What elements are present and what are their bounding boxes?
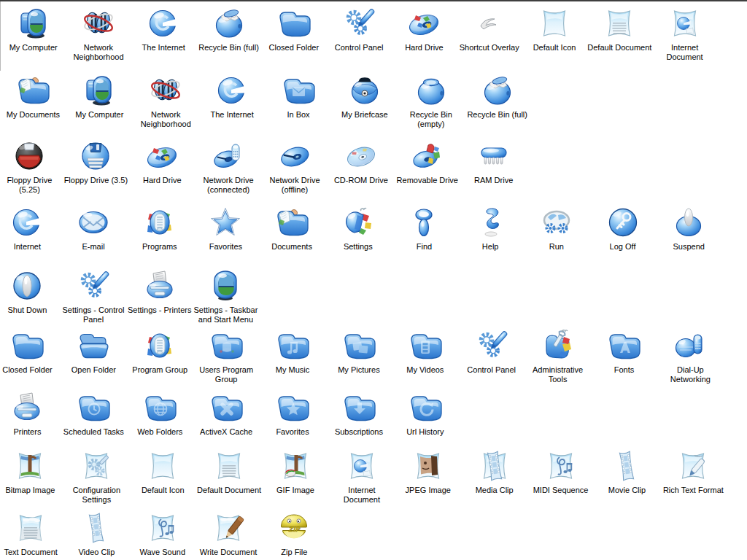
media-clip-icon bbox=[477, 448, 512, 483]
icon-cell-hard-drive[interactable]: Hard Drive bbox=[129, 139, 196, 195]
icon-cell-shortcut-overlay[interactable]: Shortcut Overlay bbox=[457, 6, 522, 62]
icon-cell-internet-document[interactable]: Internet Document bbox=[328, 448, 395, 505]
icon-cell-settings-printers[interactable]: Settings - Printers bbox=[126, 268, 193, 324]
control-panel-icon bbox=[76, 268, 111, 303]
icon-cell-floppy-drive-5.25[interactable]: Floppy Drive (5.25) bbox=[0, 139, 63, 195]
icon-cell-e-mail[interactable]: E-mail bbox=[61, 205, 127, 252]
icon-label: Floppy Drive (5.25) bbox=[0, 176, 66, 195]
icon-cell-midi-sequence[interactable]: MIDI Sequence bbox=[527, 448, 594, 505]
icon-cell-programs[interactable]: Programs bbox=[126, 205, 193, 252]
default-document-icon bbox=[602, 6, 637, 41]
icon-cell-default-document[interactable]: Default Document bbox=[196, 448, 263, 505]
icon-cell-movie-clip[interactable]: Movie Clip bbox=[594, 448, 660, 505]
icon-cell-gif-image[interactable]: GIF Image bbox=[263, 448, 329, 505]
icon-cell-default-icon[interactable]: Default Icon bbox=[130, 448, 196, 505]
icon-cell-log-off[interactable]: Log Off bbox=[589, 205, 656, 252]
icon-cell-dial-up-networking[interactable]: Dial-Up Networking bbox=[657, 328, 724, 384]
icon-cell-open-folder[interactable]: Open Folder bbox=[61, 328, 127, 384]
icon-cell-help[interactable]: Help bbox=[457, 205, 524, 252]
users-program-group-icon bbox=[209, 328, 244, 363]
my-documents-icon bbox=[15, 73, 50, 108]
icon-cell-recycle-bin-full[interactable]: Recycle Bin (full) bbox=[196, 6, 261, 62]
icon-cell-closed-folder[interactable]: Closed Folder bbox=[261, 6, 326, 62]
icon-cell-ram-drive[interactable]: RAM Drive bbox=[460, 139, 527, 195]
icon-label: Removable Drive bbox=[391, 176, 464, 185]
icon-row-3: Floppy Drive (5.25)Floppy Drive (3.5)Har… bbox=[0, 139, 527, 195]
subscriptions-icon bbox=[341, 390, 376, 425]
icon-cell-closed-folder[interactable]: Closed Folder bbox=[0, 328, 61, 384]
icon-cell-fonts[interactable]: Fonts bbox=[591, 328, 657, 384]
icon-label: Suspend bbox=[652, 242, 725, 252]
settings-icon bbox=[341, 205, 376, 240]
icon-cell-my-pictures[interactable]: My Pictures bbox=[325, 328, 392, 384]
icon-cell-network-neighborhood[interactable]: Network Neighborhood bbox=[66, 6, 131, 62]
icon-cell-web-folders[interactable]: Web Folders bbox=[127, 390, 193, 437]
icon-cell-internet[interactable]: Internet bbox=[0, 205, 61, 252]
recycle-bin-full-icon bbox=[212, 6, 247, 41]
icon-cell-my-computer[interactable]: My Computer bbox=[66, 73, 133, 129]
icon-cell-favorites[interactable]: Favorites bbox=[193, 205, 259, 252]
icon-label: Recycle Bin (empty) bbox=[395, 110, 468, 129]
icon-cell-floppy-drive-3.5[interactable]: Floppy Drive (3.5) bbox=[63, 139, 129, 195]
icon-cell-find[interactable]: Find bbox=[391, 205, 457, 252]
icon-label: Documents bbox=[255, 242, 328, 252]
icon-cell-settings-taskbar-and-start-menu[interactable]: Settings - Taskbar and Start Menu bbox=[193, 268, 259, 324]
gif-image-icon bbox=[278, 448, 313, 483]
icon-label: Closed Folder bbox=[258, 43, 330, 52]
icon-cell-my-computer[interactable]: My Computer bbox=[1, 6, 66, 62]
internet-document-icon bbox=[667, 6, 703, 41]
network-drive-offline-icon bbox=[277, 139, 312, 174]
icon-label: Hard Drive bbox=[125, 176, 198, 185]
recycle-bin-full-icon bbox=[480, 73, 515, 108]
help-icon bbox=[473, 205, 508, 240]
icon-cell-hard-drive[interactable]: Hard Drive bbox=[392, 6, 457, 62]
icon-cell-media-clip[interactable]: Media Clip bbox=[461, 448, 527, 505]
icon-cell-configuration-settings[interactable]: Configuration Settings bbox=[63, 448, 130, 505]
icon-cell-run[interactable]: Run bbox=[524, 205, 590, 252]
icon-cell-settings[interactable]: Settings bbox=[325, 205, 391, 252]
icon-cell-suspend[interactable]: Suspend bbox=[656, 205, 722, 252]
icon-cell-my-documents[interactable]: My Documents bbox=[0, 73, 66, 129]
icon-cell-video-clip[interactable]: Video Clip bbox=[63, 510, 129, 557]
icon-cell-zip-file[interactable]: ZIPZip File bbox=[261, 510, 327, 557]
my-computer-icon bbox=[16, 6, 51, 41]
icon-cell-shut-down[interactable]: Shut Down bbox=[0, 268, 61, 324]
icon-cell-users-program-group[interactable]: Users Program Group bbox=[193, 328, 260, 384]
icon-cell-documents[interactable]: Documents bbox=[259, 205, 325, 252]
icon-cell-rich-text-format[interactable]: Rich Text Format bbox=[660, 448, 727, 505]
icon-cell-jpeg-image[interactable]: JPEG Image bbox=[395, 448, 461, 505]
icon-cell-my-music[interactable]: My Music bbox=[260, 328, 326, 384]
icon-cell-wave-sound[interactable]: Wave Sound bbox=[130, 510, 196, 557]
icon-cell-network-neighborhood[interactable]: Network Neighborhood bbox=[133, 73, 199, 129]
icon-cell-cd-rom-drive[interactable]: CD-ROM Drive bbox=[328, 139, 394, 195]
icon-cell-settings-control-panel[interactable]: Settings - Control Panel bbox=[61, 268, 127, 324]
icon-cell-url-history[interactable]: Url History bbox=[392, 390, 458, 437]
my-briefcase-icon bbox=[347, 73, 382, 108]
icon-cell-activex-cache[interactable]: ActiveX Cache bbox=[193, 390, 260, 437]
icon-cell-network-drive-connected[interactable]: Network Drive (connected) bbox=[196, 139, 262, 195]
icon-cell-write-document[interactable]: Write Document bbox=[196, 510, 261, 557]
icon-cell-default-icon[interactable]: Default Icon bbox=[522, 6, 587, 62]
icon-cell-recycle-bin-empty[interactable]: Recycle Bin (empty) bbox=[398, 73, 464, 129]
icon-label: MIDI Sequence bbox=[525, 486, 597, 495]
icon-cell-my-videos[interactable]: My Videos bbox=[392, 328, 458, 384]
icon-cell-my-briefcase[interactable]: My Briefcase bbox=[331, 73, 398, 129]
icon-cell-control-panel[interactable]: Control Panel bbox=[458, 328, 525, 384]
icon-cell-bitmap-image[interactable]: Bitmap Image bbox=[0, 448, 63, 505]
icon-cell-internet-document[interactable]: Internet Document bbox=[652, 6, 717, 62]
icon-cell-scheduled-tasks[interactable]: Scheduled Tasks bbox=[61, 390, 127, 437]
icon-cell-recycle-bin-full[interactable]: Recycle Bin (full) bbox=[464, 73, 530, 129]
icon-cell-the-internet[interactable]: The Internet bbox=[199, 73, 266, 129]
icon-cell-the-internet[interactable]: The Internet bbox=[131, 6, 196, 62]
icon-cell-removable-drive[interactable]: Removable Drive bbox=[394, 139, 460, 195]
icon-cell-in-box[interactable]: In Box bbox=[266, 73, 332, 129]
icon-cell-network-drive-offline[interactable]: Network Drive (offline) bbox=[262, 139, 328, 195]
icon-cell-administrative-tools[interactable]: Administrative Tools bbox=[525, 328, 591, 384]
icon-cell-printers[interactable]: Printers bbox=[0, 390, 61, 437]
icon-cell-program-group[interactable]: Program Group bbox=[127, 328, 193, 384]
icon-cell-favorites[interactable]: Favorites bbox=[260, 390, 326, 437]
icon-cell-control-panel[interactable]: Control Panel bbox=[326, 6, 391, 62]
icon-cell-text-document[interactable]: Text Document bbox=[0, 510, 63, 557]
icon-cell-default-document[interactable]: Default Document bbox=[587, 6, 652, 62]
icon-cell-subscriptions[interactable]: Subscriptions bbox=[325, 390, 392, 437]
